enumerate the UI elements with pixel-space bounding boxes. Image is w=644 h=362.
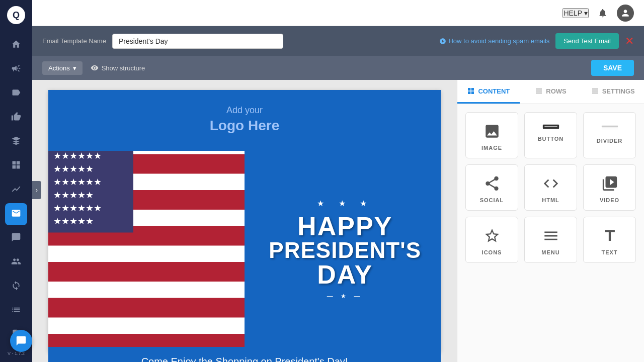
svg-text:★★★★★: ★★★★★ [53,216,94,226]
diamond-icon [11,136,21,148]
users-icon [11,256,21,269]
divider-label: DIVIDER [597,138,623,144]
button-label: BUTTON [538,136,564,142]
template-name-label: Email Template Name [42,37,106,45]
toolbar-left: Actions ▾ Show structure [42,61,145,75]
presidents-day-overlay: ★ ★ ★ HAPPY PRESIDENT'S DAY — ★ — [269,199,421,300]
sidebar-item-email[interactable] [5,203,27,225]
help-chevron-icon: ▾ [584,9,588,17]
template-name-input[interactable] [112,34,283,49]
sidebar-item-grid[interactable] [5,155,27,177]
actions-button[interactable]: Actions ▾ [42,61,83,75]
footer-text-content: Come Enjoy the Shopping on President's D… [141,356,348,362]
spam-link-text: How to avoid sending spam emails [448,37,549,45]
divider-stars: — ★ — [269,293,421,300]
svg-rect-19 [601,126,617,127]
content-area: Email Template Name How to avoid sending… [32,26,644,362]
text-icon [601,227,618,244]
app-logo[interactable]: Q [7,6,25,24]
sidebar-item-home[interactable] [5,34,27,56]
flag-svg: ★★★★★★ ★★★★★ ★★★★★★ ★★★★★ ★★★★★★ ★★★★★ ★… [48,151,245,347]
tab-settings-label: SETTINGS [602,87,635,95]
tab-content-label: CONTENT [478,87,510,95]
list-icon [11,305,21,317]
help-label: HELP [564,9,582,17]
sidebar: Q [0,0,32,362]
right-panel: CONTENT ROWS SETTINGS IMAGE [457,80,644,362]
sidebar-item-analytics[interactable] [5,179,27,201]
show-structure-button[interactable]: Show structure [91,64,145,72]
sidebar-item-chat[interactable] [5,227,27,249]
button-icon [542,123,559,131]
image-label: IMAGE [481,145,502,151]
content-item-text[interactable]: TEXT [583,217,636,263]
canvas-area: Add your Logo Here [32,80,457,362]
content-item-video[interactable]: VIDEO [583,164,636,211]
content-item-icons[interactable]: ICONS [465,217,518,263]
content-item-social[interactable]: SOCIAL [465,164,518,211]
content-item-image[interactable]: IMAGE [465,112,518,158]
sidebar-item-likes[interactable] [5,107,27,129]
content-grid: IMAGE BUTTON [457,104,644,271]
grid-icon [11,160,21,172]
sidebar-item-list[interactable] [5,300,27,322]
logo-add-text: Add your [63,105,426,116]
notification-button[interactable] [595,5,611,21]
sync-icon [11,281,21,293]
actions-chevron-icon: ▾ [73,64,76,72]
save-button[interactable]: SAVE [591,60,634,76]
spam-link[interactable]: How to avoid sending spam emails [439,37,549,45]
collapse-sidebar-btn[interactable]: › [32,181,41,199]
content-item-html[interactable]: HTML [524,164,577,211]
social-label: SOCIAL [480,197,504,203]
svg-text:★★★★★: ★★★★★ [53,190,94,200]
content-item-button[interactable]: BUTTON [524,112,577,158]
send-test-button[interactable]: Send Test Email [555,33,619,49]
email-footer-text: Come Enjoy the Shopping on President's D… [48,347,441,362]
home-icon [11,39,21,52]
svg-text:★★★★★★: ★★★★★★ [53,177,102,187]
menu-label: MENU [541,249,559,255]
svg-rect-5 [48,282,245,298]
svg-text:★★★★★: ★★★★★ [53,164,94,174]
toolbar: Actions ▾ Show structure SAVE [32,56,644,80]
main-area: HELP ▾ Email Template Name How to avoid … [32,0,644,362]
presidents-text: PRESIDENT'S [269,239,421,261]
sidebar-item-users[interactable] [5,251,27,274]
svg-text:★★★★★★: ★★★★★★ [53,203,102,213]
template-header: Email Template Name How to avoid sending… [32,26,644,56]
tag-icon [11,87,21,100]
chat-bubble-button[interactable] [10,330,32,352]
menu-icon [542,227,559,244]
tab-settings[interactable]: SETTINGS [582,80,644,104]
email-canvas: Add your Logo Here [48,90,441,352]
tab-rows[interactable]: ROWS [520,80,582,104]
tab-content[interactable]: CONTENT [457,80,520,104]
chat-icon [11,232,21,245]
user-avatar[interactable] [617,5,634,22]
sidebar-item-campaigns[interactable] [5,58,27,80]
divider-icon [601,123,618,133]
html-icon [542,175,559,192]
day-text: DAY [269,261,421,288]
video-label: VIDEO [600,197,619,203]
editor-area: Add your Logo Here [32,80,644,362]
content-item-divider[interactable]: DIVIDER [583,112,636,158]
icons-icon [484,227,501,244]
content-item-menu[interactable]: MENU [524,217,577,263]
top-bar: HELP ▾ [32,0,644,26]
html-label: HTML [542,197,559,203]
sidebar-item-sync[interactable] [5,276,27,298]
svg-text:★★★★★★: ★★★★★★ [53,151,102,161]
megaphone-icon [11,63,21,76]
email-image-section: ★★★★★★ ★★★★★ ★★★★★★ ★★★★★ ★★★★★★ ★★★★★ ★… [48,151,441,347]
help-button[interactable]: HELP ▾ [562,8,589,18]
actions-label: Actions [48,64,70,72]
thumb-up-icon [11,112,21,124]
image-icon [484,123,501,140]
svg-rect-4 [48,246,245,262]
sidebar-item-tags[interactable] [5,82,27,105]
close-button[interactable]: ✕ [625,35,634,48]
svg-rect-6 [48,318,245,334]
sidebar-item-integrations[interactable] [5,131,27,153]
